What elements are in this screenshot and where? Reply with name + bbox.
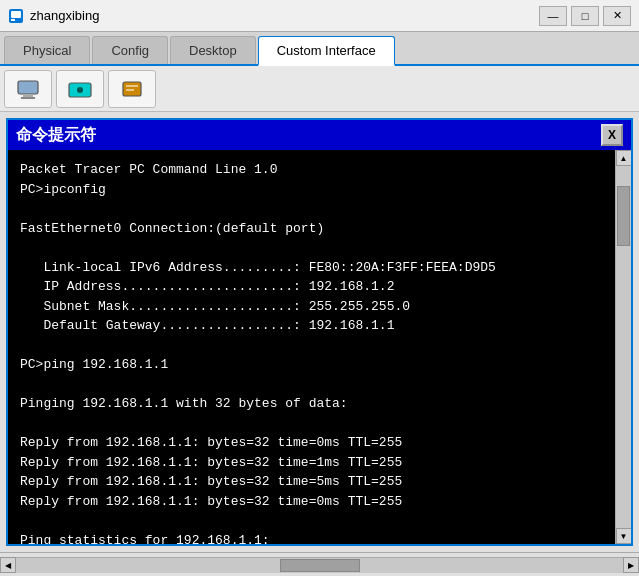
terminal-content-wrapper: Packet Tracer PC Command Line 1.0 PC>ipc… xyxy=(8,150,631,544)
icon-box-3 xyxy=(108,70,156,108)
title-bar-left: zhangxibing xyxy=(8,8,99,24)
close-button[interactable]: ✕ xyxy=(603,6,631,26)
scroll-right-arrow[interactable]: ▶ xyxy=(623,557,639,573)
svg-rect-1 xyxy=(11,11,21,18)
app-title: zhangxibing xyxy=(30,8,99,23)
scroll-track-h xyxy=(16,558,623,573)
svg-rect-9 xyxy=(126,85,138,87)
svg-rect-3 xyxy=(18,81,38,94)
icon-box-2 xyxy=(56,70,104,108)
minimize-button[interactable]: — xyxy=(539,6,567,26)
svg-rect-4 xyxy=(23,94,33,97)
tab-bar: Physical Config Desktop Custom Interface xyxy=(0,32,639,66)
vertical-scrollbar[interactable]: ▲ ▼ xyxy=(615,150,631,544)
terminal-title: 命令提示符 xyxy=(16,125,96,146)
device-icon-3 xyxy=(118,75,146,103)
device-icon-1 xyxy=(14,75,42,103)
window-controls: — □ ✕ xyxy=(539,6,631,26)
scroll-track-v xyxy=(616,166,631,528)
scroll-up-arrow[interactable]: ▲ xyxy=(616,150,632,166)
main-area: 命令提示符 X Packet Tracer PC Command Line 1.… xyxy=(0,112,639,552)
scroll-down-arrow[interactable]: ▼ xyxy=(616,528,632,544)
icon-row xyxy=(0,66,639,112)
svg-rect-5 xyxy=(21,97,35,99)
tab-desktop[interactable]: Desktop xyxy=(170,36,256,64)
svg-rect-10 xyxy=(126,89,134,91)
app-icon xyxy=(8,8,24,24)
terminal-content[interactable]: Packet Tracer PC Command Line 1.0 PC>ipc… xyxy=(8,150,615,544)
terminal-close-button[interactable]: X xyxy=(601,124,623,146)
scroll-thumb-h[interactable] xyxy=(280,559,360,572)
tab-physical[interactable]: Physical xyxy=(4,36,90,64)
maximize-button[interactable]: □ xyxy=(571,6,599,26)
bottom-bar: ◀ ▶ xyxy=(0,552,639,576)
tab-config[interactable]: Config xyxy=(92,36,168,64)
horizontal-scrollbar[interactable]: ◀ ▶ xyxy=(0,557,639,573)
tab-custom-interface[interactable]: Custom Interface xyxy=(258,36,395,66)
svg-rect-2 xyxy=(11,19,15,21)
svg-point-7 xyxy=(77,87,83,93)
icon-box-1 xyxy=(4,70,52,108)
terminal-title-bar: 命令提示符 X xyxy=(8,120,631,150)
device-icon-2 xyxy=(66,75,94,103)
title-bar: zhangxibing — □ ✕ xyxy=(0,0,639,32)
scroll-thumb-v[interactable] xyxy=(617,186,630,246)
terminal-window: 命令提示符 X Packet Tracer PC Command Line 1.… xyxy=(6,118,633,546)
scroll-left-arrow[interactable]: ◀ xyxy=(0,557,16,573)
